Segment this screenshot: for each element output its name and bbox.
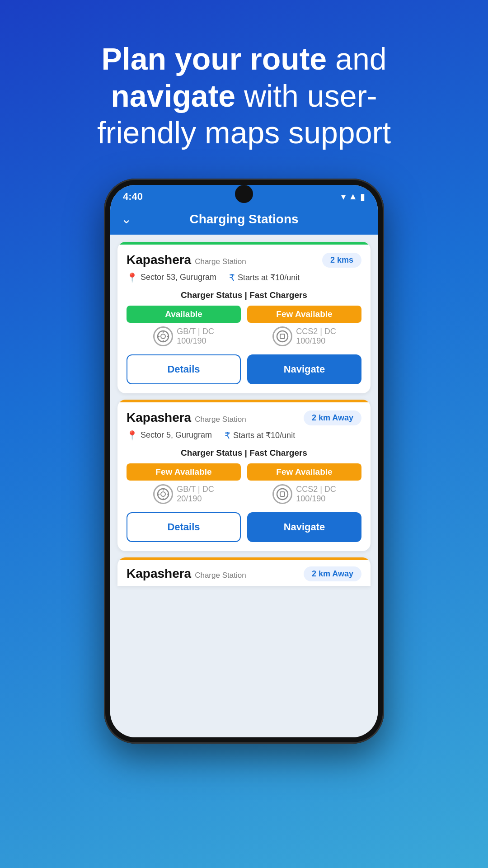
charger-details-2-1: GB/T | DC 20/190 xyxy=(177,485,214,504)
svg-point-14 xyxy=(277,489,288,500)
card-actions-2: Details Navigate xyxy=(127,512,361,542)
header-title: Charging Stations xyxy=(189,212,298,226)
charger-type-1-2: CCS2 | DC xyxy=(296,327,336,336)
svg-rect-15 xyxy=(280,492,285,496)
partial-body-3: Kapashera Charge Station 2 km Away xyxy=(117,560,371,581)
phone-frame: 4:40 ▾ ▲ ▮ ⌄ Charging Stations xyxy=(104,179,384,744)
charger-col-2-1: Few Available xyxy=(127,463,241,504)
svg-rect-7 xyxy=(280,334,285,339)
station-type-2: Charge Station xyxy=(195,415,246,424)
station-name-1: Kapashera xyxy=(127,253,191,267)
price-info-1: ₹ Starts at ₹10/unit xyxy=(229,272,300,283)
app-header: ⌄ Charging Stations xyxy=(110,206,378,235)
card-body-2: Kapashera Charge Station 2 km Away 📍 Sec… xyxy=(117,402,371,551)
location-info-2: 📍 Sector 5, Gurugram xyxy=(127,430,212,441)
details-button-1[interactable]: Details xyxy=(127,354,241,384)
camera-notch xyxy=(235,185,253,203)
charger-info-2-1: GB/T | DC 20/190 xyxy=(153,484,214,504)
charger-info-2-2: CCS2 | DC 100/190 xyxy=(272,484,336,504)
battery-icon: ▮ xyxy=(360,191,365,202)
details-button-2[interactable]: Details xyxy=(127,512,241,542)
status-time: 4:40 xyxy=(123,191,143,203)
card-info-row-1: 📍 Sector 53, Gurugram ₹ Starts at ₹10/un… xyxy=(127,272,361,283)
station-card-2: Kapashera Charge Station 2 km Away 📍 Sec… xyxy=(117,400,371,551)
charger-info-1-2: CCS2 | DC 100/190 xyxy=(272,326,336,346)
charger-type-2-2: CCS2 | DC xyxy=(296,485,336,494)
station-name-group-1: Kapashera Charge Station xyxy=(127,253,246,267)
card-body-1: Kapashera Charge Station 2 kms 📍 Sector … xyxy=(117,245,371,393)
distance-badge-1: 2 kms xyxy=(322,253,361,268)
navigate-button-2[interactable]: Navigate xyxy=(247,512,361,542)
hero-section: Plan your route and navigate with user-f… xyxy=(0,0,488,179)
price-info-2: ₹ Starts at ₹10/unit xyxy=(225,430,295,441)
status-icons: ▾ ▲ ▮ xyxy=(341,191,365,202)
station-name-group-2: Kapashera Charge Station xyxy=(127,410,246,425)
charger-details-1-1: GB/T | DC 100/190 xyxy=(177,327,214,346)
charger-current-2-2: 100 xyxy=(296,494,310,503)
card-info-row-2: 📍 Sector 5, Gurugram ₹ Starts at ₹10/uni… xyxy=(127,430,361,441)
charger-grid-2: Few Available xyxy=(127,463,361,504)
location-text-1: Sector 53, Gurugram xyxy=(141,273,216,282)
charger-total-2-1: 190 xyxy=(188,494,202,503)
price-text-1: Starts at ₹10/unit xyxy=(238,273,300,283)
station-name-2: Kapashera xyxy=(127,410,191,425)
station-type-3: Charge Station xyxy=(195,571,246,580)
charger-wheel-icon-3 xyxy=(153,484,173,504)
navigate-button-1[interactable]: Navigate xyxy=(247,354,361,384)
station-type-1: Charge Station xyxy=(195,257,246,266)
card-header-row-2: Kapashera Charge Station 2 km Away xyxy=(127,410,361,425)
charger-wheel-icon-2 xyxy=(272,326,292,346)
card-header-row-3: Kapashera Charge Station 2 km Away xyxy=(127,566,361,581)
charger-details-2-2: CCS2 | DC 100/190 xyxy=(296,485,336,504)
distance-badge-3: 2 km Away xyxy=(304,566,361,581)
phone-screen: 4:40 ▾ ▲ ▮ ⌄ Charging Stations xyxy=(110,185,378,737)
signal-icon: ▲ xyxy=(348,191,357,202)
hero-title: Plan your route and navigate with user-f… xyxy=(36,41,452,151)
back-button[interactable]: ⌄ xyxy=(121,212,131,226)
wifi-icon: ▾ xyxy=(341,191,346,202)
stations-list: Kapashera Charge Station 2 kms 📍 Sector … xyxy=(110,235,378,737)
charger-sep-1-1: /190 xyxy=(190,336,206,345)
charger-grid-1: Available xyxy=(127,306,361,346)
charger-wheel-icon-4 xyxy=(272,484,292,504)
status-badge-few-2-2: Few Available xyxy=(247,463,361,481)
charger-col-1-1: Available xyxy=(127,306,241,346)
location-info-1: 📍 Sector 53, Gurugram xyxy=(127,272,216,283)
card-header-row-1: Kapashera Charge Station 2 kms xyxy=(127,253,361,268)
station-name-group-3: Kapashera Charge Station xyxy=(127,566,246,581)
charger-type-1-1: GB/T | DC xyxy=(177,327,214,336)
svg-point-9 xyxy=(161,492,165,496)
price-text-2: Starts at ₹10/unit xyxy=(233,430,295,440)
status-badge-available-1: Available xyxy=(127,306,241,323)
location-text-2: Sector 5, Gurugram xyxy=(141,430,212,440)
station-card-3-partial: Kapashera Charge Station 2 km Away xyxy=(117,557,371,586)
phone-mockup: 4:40 ▾ ▲ ▮ ⌄ Charging Stations xyxy=(104,179,384,868)
charger-status-title-2: Charger Status | Fast Chargers xyxy=(127,448,361,458)
station-name-3: Kapashera xyxy=(127,566,191,581)
location-icon-2: 📍 xyxy=(127,430,138,441)
charger-status-title-1: Charger Status | Fast Chargers xyxy=(127,290,361,300)
station-card-1: Kapashera Charge Station 2 kms 📍 Sector … xyxy=(117,242,371,393)
charger-details-1-2: CCS2 | DC 100/190 xyxy=(296,327,336,346)
rupee-icon-1: ₹ xyxy=(229,272,235,283)
charger-col-1-2: Few Available CCS2 xyxy=(247,306,361,346)
charger-total-2-2: 190 xyxy=(312,494,325,503)
svg-point-6 xyxy=(277,331,288,342)
charger-info-1-1: GB/T | DC 100/190 xyxy=(153,326,214,346)
status-badge-few-1: Few Available xyxy=(247,306,361,323)
charger-type-2-1: GB/T | DC xyxy=(177,485,214,494)
charger-current-1-2: 100 xyxy=(296,336,310,345)
charger-wheel-icon-1 xyxy=(153,326,173,346)
distance-badge-2: 2 km Away xyxy=(304,410,361,425)
charger-col-2-2: Few Available CCS2 xyxy=(247,463,361,504)
charger-total-1-2: 190 xyxy=(312,336,325,345)
charger-current-2-1: 20 xyxy=(177,494,186,503)
rupee-icon-2: ₹ xyxy=(225,430,230,441)
location-icon-1: 📍 xyxy=(127,272,138,283)
svg-point-1 xyxy=(161,334,165,339)
charger-current-1-1: 100 xyxy=(177,336,190,345)
status-badge-few-2-1: Few Available xyxy=(127,463,241,481)
card-actions-1: Details Navigate xyxy=(127,354,361,384)
